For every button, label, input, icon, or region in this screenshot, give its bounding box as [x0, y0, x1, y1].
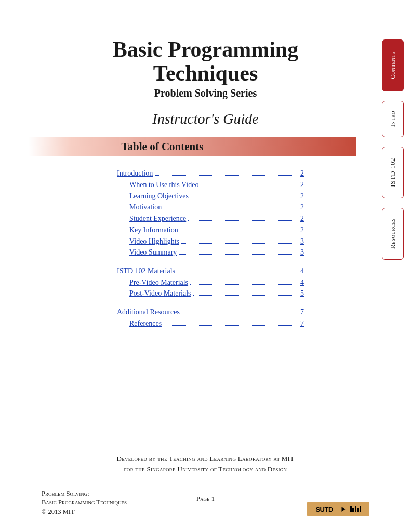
instructors-guide-label: Instructor's Guide	[0, 111, 411, 127]
toc-group: Introduction2When to Use this Video2Lear…	[117, 168, 304, 258]
side-tab-label: ISTD 102	[389, 158, 397, 187]
toc-page-number: 3	[300, 247, 304, 258]
toc-page-number: 3	[300, 236, 304, 247]
title-line-1: Basic Programming	[113, 37, 298, 61]
toc-page-number: 2	[300, 168, 304, 179]
toc-page-number: 7	[300, 318, 304, 329]
toc-label: Key Information	[129, 224, 178, 236]
toc-link[interactable]: Introduction2	[117, 168, 304, 179]
toc-leader-dots	[179, 254, 298, 255]
toc-group: Additional Resources7References7	[117, 307, 304, 329]
side-tab[interactable]: Contents	[382, 39, 404, 91]
logo-mit-icon	[350, 506, 361, 512]
toc-leader-dots	[177, 273, 298, 273]
toc-label: Student Experience	[129, 213, 186, 224]
toc-link[interactable]: Student Experience2	[117, 213, 304, 224]
toc-leader-dots	[191, 198, 298, 198]
footer-title: Basic Programming Techniques	[42, 498, 127, 508]
credit-line-2: for the Singapore University of Technolo…	[0, 464, 411, 474]
side-tabs: ContentsIntroISTD 102Resources	[382, 39, 404, 260]
footer-page-number: Page 1	[196, 495, 215, 503]
toc-leader-dots	[181, 243, 298, 244]
toc-label: References	[129, 318, 162, 329]
toc-label: Learning Objectives	[129, 191, 189, 202]
toc-leader-dots	[164, 209, 298, 209]
toc-leader-dots	[188, 220, 298, 221]
credit-line-1: Developed by the Teaching and Learning L…	[0, 454, 411, 464]
toc-page-number: 2	[300, 213, 304, 224]
credit-block: Developed by the Teaching and Learning L…	[0, 454, 411, 474]
toc-page-number: 2	[300, 191, 304, 202]
toc-page-number: 7	[300, 307, 304, 318]
toc-label: Introduction	[117, 168, 153, 179]
side-tab[interactable]: ISTD 102	[382, 147, 404, 198]
toc-page-number: 2	[300, 179, 304, 191]
toc-link[interactable]: Pre-Video Materials4	[117, 277, 304, 288]
footer-left: Problem Solving: Basic Programming Techn…	[42, 489, 127, 517]
toc-leader-dots	[190, 284, 298, 285]
side-tab-label: Intro	[389, 111, 397, 127]
toc-leader-dots	[193, 295, 298, 296]
page-footer: Problem Solving: Basic Programming Techn…	[42, 489, 369, 517]
toc-label: Post-Video Materials	[129, 288, 191, 299]
toc-link[interactable]: Video Summary3	[117, 247, 304, 258]
toc-leader-dots	[201, 187, 298, 187]
logo-arrow-icon	[341, 507, 345, 512]
footer-copyright: © 2013 MIT	[42, 508, 127, 517]
toc-label: Motivation	[129, 202, 162, 213]
toc-label: When to Use this Video	[129, 179, 198, 191]
toc-label: Pre-Video Materials	[129, 277, 188, 288]
toc-link[interactable]: Key Information2	[117, 224, 304, 236]
document-title: Basic Programming Techniques	[0, 37, 411, 85]
toc-header-bar: Table of Contents	[0, 137, 356, 156]
side-tab[interactable]: Resources	[382, 208, 404, 260]
table-of-contents: Introduction2When to Use this Video2Lear…	[117, 168, 304, 329]
side-tab-label: Contents	[389, 51, 397, 79]
sutd-mit-logo: SUTD	[307, 502, 369, 516]
toc-link[interactable]: Additional Resources7	[117, 307, 304, 318]
footer-series: Problem Solving:	[42, 489, 127, 499]
toc-group: ISTD 102 Materials4Pre-Video Materials4P…	[117, 265, 304, 299]
logo-sutd-text: SUTD	[315, 506, 333, 513]
toc-link[interactable]: Learning Objectives2	[117, 191, 304, 202]
toc-leader-dots	[164, 325, 298, 326]
toc-page-number: 5	[300, 288, 304, 299]
toc-link[interactable]: When to Use this Video2	[117, 179, 304, 191]
toc-link[interactable]: References7	[117, 318, 304, 329]
toc-page-number: 2	[300, 202, 304, 213]
document-subtitle: Problem Solving Series	[0, 87, 411, 99]
toc-link[interactable]: Post-Video Materials5	[117, 288, 304, 299]
side-tab[interactable]: Intro	[382, 101, 404, 137]
toc-link[interactable]: Motivation2	[117, 202, 304, 213]
toc-leader-dots	[182, 314, 298, 314]
toc-header-text: Table of Contents	[122, 140, 204, 153]
toc-link[interactable]: ISTD 102 Materials4	[117, 265, 304, 277]
toc-page-number: 4	[300, 277, 304, 288]
toc-label: Additional Resources	[117, 307, 180, 318]
toc-label: Video Summary	[129, 247, 177, 258]
toc-link[interactable]: Video Highlights3	[117, 236, 304, 247]
toc-label: Video Highlights	[129, 236, 179, 247]
toc-page-number: 2	[300, 224, 304, 236]
title-line-2: Techniques	[153, 61, 258, 85]
toc-leader-dots	[155, 175, 298, 176]
toc-page-number: 4	[300, 265, 304, 277]
toc-leader-dots	[180, 232, 298, 232]
side-tab-label: Resources	[389, 218, 397, 249]
toc-label: ISTD 102 Materials	[117, 265, 175, 277]
